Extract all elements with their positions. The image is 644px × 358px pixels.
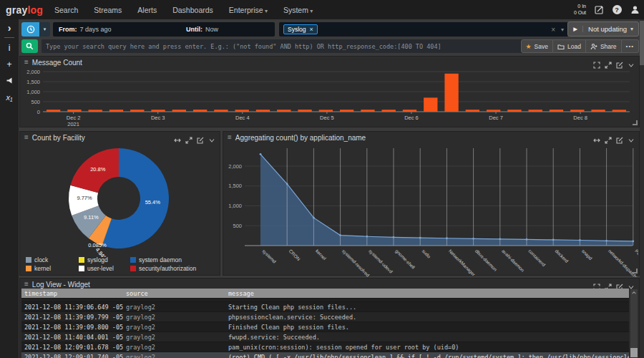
- histogram-bar[interactable]: [298, 110, 311, 112]
- legend-item-kernel[interactable]: kernel: [26, 265, 79, 272]
- histogram-bar[interactable]: [256, 110, 270, 112]
- legend-item-user-level[interactable]: user-level: [79, 265, 130, 272]
- histogram-bar[interactable]: [382, 110, 396, 112]
- page-scrollbar[interactable]: [640, 19, 644, 358]
- histogram-bar[interactable]: [424, 97, 437, 112]
- load-button[interactable]: Load: [553, 39, 586, 53]
- table-row[interactable]: 2021-12-08 11:39:09.800 -05:00graylog2Fi…: [21, 322, 629, 332]
- histogram-bar[interactable]: [550, 110, 563, 112]
- search-query-input[interactable]: [42, 39, 524, 53]
- user-icon[interactable]: [630, 5, 640, 15]
- table-scrollbar[interactable]: [630, 289, 638, 357]
- graylog-logo[interactable]: graylog: [6, 4, 43, 16]
- play-icon[interactable]: ▶: [573, 26, 583, 32]
- histogram-bar[interactable]: [277, 110, 291, 112]
- table-row[interactable]: 2021-12-08 11:39:06.649 -05:00graylog2St…: [21, 302, 629, 312]
- histogram-bar[interactable]: [570, 110, 584, 112]
- search-button[interactable]: [21, 39, 38, 53]
- timerange-caret[interactable]: ▾: [39, 22, 50, 37]
- nav-item-streams[interactable]: Streams: [94, 6, 122, 14]
- legend-item-clock[interactable]: clock: [26, 256, 79, 263]
- histogram-bar[interactable]: [214, 110, 228, 112]
- histogram-bar[interactable]: [319, 110, 333, 112]
- histogram-bar[interactable]: [529, 110, 542, 112]
- histogram-bar[interactable]: [444, 74, 458, 112]
- histogram-bar[interactable]: [403, 110, 416, 112]
- message-count-chart[interactable]: 05001,0001,5002,000Dec 22021Dec 3Dec 4De…: [21, 67, 637, 127]
- nav-item-search[interactable]: Search: [54, 6, 78, 14]
- histogram-bar[interactable]: [613, 110, 626, 112]
- legend-item-syslogd[interactable]: syslogd: [79, 256, 130, 263]
- histogram-bar[interactable]: [507, 110, 521, 112]
- timerange-type-button[interactable]: ▾: [21, 22, 50, 37]
- chip-close-icon[interactable]: ×: [310, 26, 313, 33]
- drag-handle-icon[interactable]: ≡: [228, 134, 232, 141]
- more-actions-button[interactable]: •••: [622, 39, 639, 53]
- histogram-bar[interactable]: [151, 110, 165, 112]
- scroll-up-icon[interactable]: [630, 290, 638, 296]
- arrows-horizontal-icon[interactable]: [593, 134, 600, 141]
- edit-icon[interactable]: [594, 5, 604, 15]
- throughput-indicator[interactable]: 0 In 0 Out: [574, 4, 586, 16]
- expand-widget-icon[interactable]: [605, 134, 612, 141]
- table-row[interactable]: 2021-12-08 12:09:01.740 -05:00graylog2(r…: [21, 352, 629, 358]
- megaphone-icon[interactable]: [0, 72, 19, 89]
- edit-widget-icon[interactable]: [616, 281, 623, 288]
- application-area-chart[interactable]: 5001,0001,5002,000systemdCRONkernelsyste…: [223, 142, 638, 277]
- column-header-source[interactable]: source: [123, 290, 225, 297]
- arrows-horizontal-icon[interactable]: [174, 134, 181, 141]
- expand-widget-icon[interactable]: [185, 134, 192, 141]
- stream-chip-syslog[interactable]: Syslog ×: [283, 24, 318, 34]
- edit-widget-icon[interactable]: [616, 134, 623, 141]
- edit-widget-icon[interactable]: [197, 134, 204, 141]
- nav-item-alerts[interactable]: Alerts: [137, 6, 157, 14]
- histogram-bar[interactable]: [235, 110, 249, 112]
- add-icon[interactable]: +: [0, 56, 19, 72]
- expand-widget-icon[interactable]: [605, 59, 612, 66]
- row-edit-icon[interactable]: [615, 353, 622, 358]
- focus-widget-icon[interactable]: [593, 59, 600, 66]
- edit-widget-icon[interactable]: [616, 59, 623, 66]
- histogram-bar[interactable]: [487, 110, 500, 112]
- chevron-down-icon[interactable]: [628, 281, 635, 288]
- histogram-bar[interactable]: [466, 110, 479, 112]
- facility-pie-chart[interactable]: 55.4%0.085%4.84%9.11%9.77%20.8%: [20, 142, 220, 257]
- refresh-button[interactable]: ▶ Not updating ▾: [567, 21, 639, 37]
- table-row[interactable]: 2021-12-08 12:09:01.678 -05:00graylog2pa…: [21, 342, 629, 352]
- chevron-down-icon[interactable]: [628, 134, 635, 141]
- share-button[interactable]: Share: [586, 39, 622, 53]
- histogram-bar[interactable]: [591, 110, 605, 112]
- table-row[interactable]: 2021-12-08 11:39:09.799 -05:00graylog2ph…: [21, 312, 629, 322]
- save-button[interactable]: ★Save: [521, 39, 553, 53]
- chevron-down-icon[interactable]: [628, 59, 635, 66]
- fields-icon[interactable]: x₁: [0, 89, 19, 105]
- histogram-bar[interactable]: [47, 110, 60, 112]
- histogram-bar[interactable]: [130, 110, 144, 112]
- sidebar-toggle-icon[interactable]: ›: [0, 19, 19, 36]
- stream-select-caret-icon[interactable]: ▾: [561, 26, 564, 33]
- histogram-bar[interactable]: [109, 110, 123, 112]
- table-row[interactable]: 2021-12-08 11:40:04.001 -05:00graylog2fw…: [21, 332, 629, 342]
- chevron-down-icon[interactable]: [208, 134, 215, 141]
- stream-select[interactable]: Syslog × × ▾: [279, 22, 568, 37]
- expand-widget-icon[interactable]: [605, 281, 612, 288]
- histogram-bar[interactable]: [172, 110, 186, 112]
- histogram-bar[interactable]: [361, 110, 374, 112]
- column-header-timestamp[interactable]: timestamp: [21, 290, 123, 297]
- resize-handle[interactable]: [633, 268, 638, 274]
- histogram-bar[interactable]: [89, 110, 102, 112]
- info-icon[interactable]: i: [0, 39, 19, 56]
- legend-item-security-authorization[interactable]: security/authorization: [130, 265, 217, 272]
- clear-streams-icon[interactable]: ×: [551, 26, 555, 34]
- drag-handle-icon[interactable]: ≡: [24, 281, 29, 288]
- focus-widget-icon[interactable]: [593, 281, 600, 288]
- histogram-bar[interactable]: [340, 110, 353, 112]
- resize-handle[interactable]: [633, 120, 638, 125]
- histogram-bar[interactable]: [67, 110, 81, 112]
- nav-item-dashboards[interactable]: Dashboards: [172, 6, 213, 14]
- table-scrollbar-thumb[interactable]: [630, 348, 638, 357]
- page-scrollbar-thumb[interactable]: [640, 21, 644, 65]
- help-icon[interactable]: ?: [612, 5, 622, 15]
- drag-handle-icon[interactable]: ≡: [24, 59, 29, 66]
- nav-item-enterprise[interactable]: Enterprise ▾: [229, 6, 268, 14]
